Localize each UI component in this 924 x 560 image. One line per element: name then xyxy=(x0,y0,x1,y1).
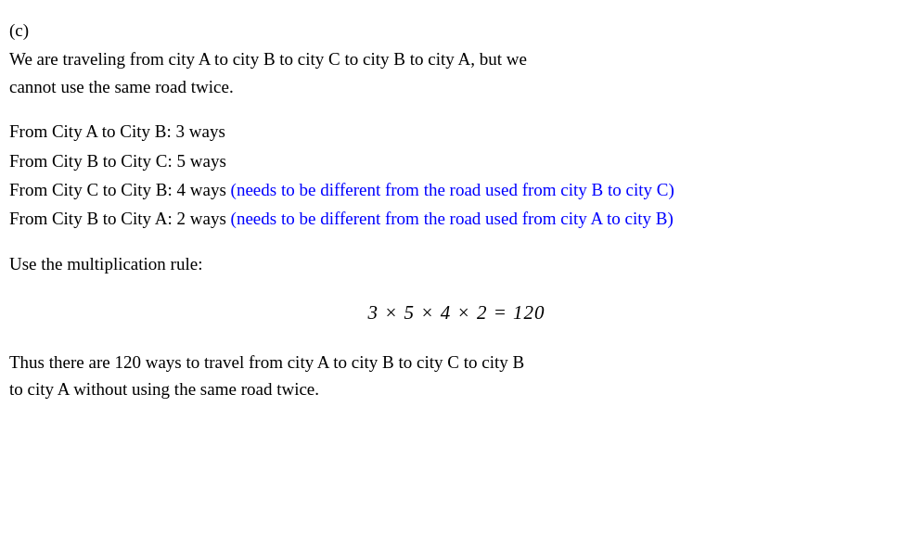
ways-row-4: From City B to City A: 2 ways (needs to … xyxy=(9,204,904,233)
equation: 3 × 5 × 4 × 2 = 120 xyxy=(367,301,545,324)
equation-container: 3 × 5 × 4 × 2 = 120 xyxy=(9,298,904,328)
conclusion-line1: Thus there are 120 ways to travel from c… xyxy=(9,352,524,372)
ways-row-3: From City C to City B: 4 ways (needs to … xyxy=(9,175,904,204)
ways-row-4-main: From City B to City A: 2 ways xyxy=(9,209,231,228)
ways-row-4-note: (needs to be different from the road use… xyxy=(231,209,674,228)
conclusion-paragraph: Thus there are 120 ways to travel from c… xyxy=(9,349,904,403)
ways-row-2-main: From City B to City C: 5 ways xyxy=(9,151,226,171)
part-label: (c) xyxy=(9,17,904,44)
ways-row-1: From City A to City B: 3 ways xyxy=(9,117,904,146)
multiplication-rule-label: Use the multiplication rule: xyxy=(9,250,904,277)
ways-row-3-main: From City C to City B: 4 ways xyxy=(9,180,231,199)
intro-paragraph: We are traveling from city A to city B t… xyxy=(9,45,904,100)
intro-line1: We are traveling from city A to city B t… xyxy=(9,49,527,69)
ways-row-3-note: (needs to be different from the road use… xyxy=(231,180,674,199)
conclusion-line2: to city A without using the same road tw… xyxy=(9,379,319,399)
ways-list: From City A to City B: 3 ways From City … xyxy=(9,117,904,233)
ways-row-1-main: From City A to City B: 3 ways xyxy=(9,121,225,141)
page-content: (c) We are traveling from city A to city… xyxy=(9,17,904,403)
intro-line2: cannot use the same road twice. xyxy=(9,77,234,96)
ways-row-2: From City B to City C: 5 ways xyxy=(9,146,904,175)
